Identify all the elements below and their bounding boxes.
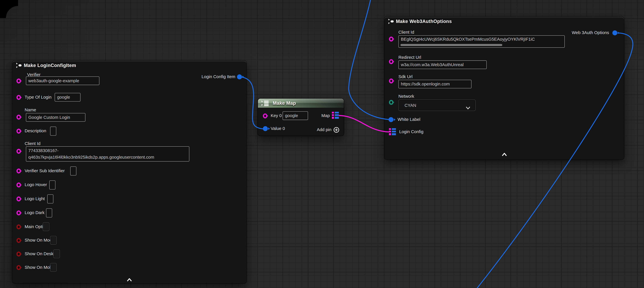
name-pin[interactable] [16, 115, 21, 120]
map-pin-value-cell [334, 114, 339, 116]
key-0-label: Key 0 [271, 113, 282, 118]
output-pin-label: Web 3Auth Options [572, 30, 609, 35]
sdk-url-value-input[interactable]: https://sdk.openlogin.com [398, 80, 472, 88]
description-pin[interactable] [16, 129, 21, 134]
map-pin-key-cell [332, 114, 334, 116]
client-id-pin[interactable] [389, 37, 394, 42]
verifier-sub-identifier-pin[interactable] [16, 169, 21, 174]
show-on-mobile-pin[interactable] [16, 265, 21, 270]
logo-light-pin[interactable] [16, 196, 21, 201]
node-make-web3authoptions[interactable]: Make Web3AuthOptions Web 3Auth Options C… [384, 17, 624, 159]
redirect-url-label: Redirect Url [398, 55, 421, 60]
logo-hover-label: Logo Hover [25, 182, 47, 187]
show-on-mobile-checkbox[interactable] [50, 263, 57, 272]
sdk-url-pin[interactable] [389, 78, 394, 83]
collapse-node-button[interactable] [127, 276, 132, 283]
show-on-modal-pin[interactable] [16, 238, 21, 243]
sdk-url-label: Sdk Url [398, 74, 412, 79]
circled-plus-icon [334, 127, 339, 133]
map-output-label: Map [322, 113, 330, 118]
map-pin-key-cell [389, 128, 391, 130]
map-pin-value-cell [334, 112, 339, 114]
logo-light-value-input[interactable] [47, 194, 53, 204]
network-label: Network [398, 94, 414, 99]
map-pin-key-cell [332, 117, 334, 119]
map-pin-key-cell [332, 112, 334, 114]
map-pin-key-cell [389, 131, 391, 133]
map-output-pin[interactable] [332, 112, 338, 119]
logo-dark-value-input[interactable] [46, 208, 52, 217]
chevron-down-icon [466, 104, 470, 111]
chevron-up-icon [502, 153, 507, 156]
logo-light-label: Logo Light [25, 196, 45, 201]
key-0-value-input[interactable]: google [282, 111, 308, 120]
logo-dark-label: Logo Dark [25, 210, 44, 215]
output-pin-label: Login Config Item [202, 74, 235, 79]
verifier-sub-identifier-value-input[interactable] [70, 167, 76, 176]
show-on-desktop-checkbox[interactable] [53, 249, 60, 258]
verifier-sub-identifier-label: Verifier Sub Identifier [25, 168, 65, 173]
type-of-login-pin[interactable] [16, 95, 21, 100]
node-title: Make LoginConfigItem [24, 61, 76, 70]
redirect-url-value-input[interactable]: w3a://com.w3a.Web3AuthUnreal [398, 61, 487, 69]
name-value-input[interactable]: Google Custom Login [26, 113, 86, 122]
node-header[interactable]: Make Map [258, 99, 344, 108]
make-struct-icon [388, 19, 395, 26]
node-title: Make Map [273, 99, 296, 108]
network-pin[interactable] [389, 100, 394, 105]
main-option-checkbox[interactable] [43, 222, 49, 231]
white-label-label: White Label [398, 117, 420, 122]
make-struct-icon [16, 63, 23, 70]
blueprint-graph-canvas[interactable]: Make LoginConfigItem Login Config Item V… [0, 0, 644, 288]
description-value-input[interactable] [50, 127, 56, 136]
main-option-pin[interactable] [16, 224, 21, 229]
logo-hover-pin[interactable] [16, 182, 21, 187]
map-pin-value-cell [392, 128, 396, 130]
logo-dark-pin[interactable] [16, 210, 21, 215]
verifier-pin[interactable] [16, 78, 21, 83]
description-label: Description [25, 128, 46, 133]
node-title: Make Web3AuthOptions [396, 17, 452, 26]
verifier-label: Verifier [27, 72, 40, 77]
web-3auth-options-output-pin[interactable] [612, 31, 618, 36]
client-id-value-input[interactable]: 774338308167- q463s7kpvja16l4l0kko3nb925… [26, 146, 189, 162]
key-0-pin[interactable] [263, 113, 268, 118]
login-config-pin[interactable] [389, 128, 396, 135]
client-id-scrollbar[interactable] [400, 44, 502, 46]
collapse-node-button[interactable] [502, 150, 507, 158]
add-pin-label[interactable]: Add pin [317, 127, 332, 132]
redirect-url-pin[interactable] [389, 59, 394, 64]
verifier-value-input[interactable]: web3auth-google-example [26, 76, 100, 85]
map-pin-key-cell [389, 133, 391, 135]
client-id-label: Client Id [398, 30, 414, 35]
node-make-loginconfigitem[interactable]: Make LoginConfigItem Login Config Item V… [12, 61, 246, 283]
client-id-line1: 774338308167- [28, 147, 187, 154]
map-pin-value-cell [392, 133, 396, 135]
network-selected-value: CYAN [404, 100, 416, 111]
map-pin-value-cell [334, 117, 339, 119]
network-dropdown[interactable]: CYAN [398, 100, 476, 111]
node-header[interactable]: Make LoginConfigItem [12, 61, 246, 70]
node-make-map[interactable]: Make Map Key 0 google Map Value 0 Add pi… [258, 99, 344, 136]
show-on-desktop-pin[interactable] [16, 251, 21, 256]
type-of-login-label: Type Of Login [25, 95, 52, 100]
client-id-line2: q463s7kpvja16l4l0kko3nb925ikds2p.apps.go… [28, 154, 187, 160]
client-id-value-input[interactable]: BEglQSgt4cUWcj6SKRdu5QkOXTsePmMcusG5EAoy… [398, 36, 565, 48]
add-pin-button[interactable] [334, 127, 339, 133]
name-label: Name [25, 107, 36, 112]
map-pin-value-cell [392, 131, 396, 133]
login-config-label: Login Config [399, 129, 424, 134]
client-id-value-text: BEglQSgt4cUWcj6SKRdu5QkOXTsePmMcusG5EAoy… [401, 37, 535, 42]
client-id-pin[interactable] [16, 149, 21, 154]
client-id-label: Client Id [25, 141, 40, 146]
type-of-login-value-input[interactable]: google [55, 93, 80, 102]
value-0-label: Value 0 [271, 126, 285, 131]
show-on-modal-checkbox[interactable] [50, 236, 57, 244]
logo-hover-value-input[interactable] [49, 180, 56, 189]
node-header[interactable]: Make Web3AuthOptions [384, 17, 624, 26]
chevron-up-icon [127, 278, 132, 281]
make-map-icon [261, 100, 270, 108]
